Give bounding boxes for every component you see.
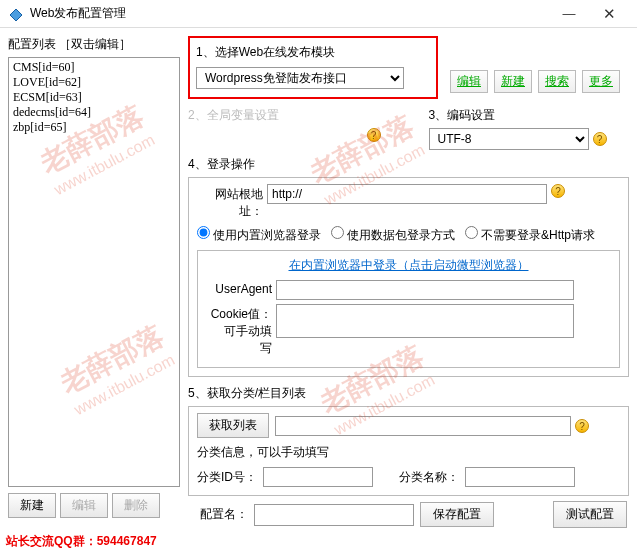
list-item[interactable]: CMS[id=60] (13, 60, 175, 75)
hint-icon[interactable]: ? (367, 128, 381, 142)
useragent-input[interactable] (276, 280, 574, 300)
section5-title: 5、获取分类/栏目列表 (188, 385, 629, 402)
minimize-button[interactable]: — (549, 1, 589, 27)
root-url-label: 网站根地址： (197, 184, 263, 220)
delete-config-button[interactable]: 删除 (112, 493, 160, 518)
category-info-label: 分类信息，可以手动填写 (197, 444, 329, 461)
list-item[interactable]: dedecms[id=64] (13, 105, 175, 120)
category-list-input[interactable] (275, 416, 571, 436)
useragent-label: UserAgent (206, 280, 272, 296)
login-packet-radio[interactable]: 使用数据包登录方式 (331, 226, 455, 244)
config-name-label: 配置名： (200, 506, 248, 523)
encoding-select[interactable]: UTF-8 (429, 128, 589, 150)
list-item[interactable]: ECSM[id=63] (13, 90, 175, 105)
save-config-button[interactable]: 保存配置 (420, 502, 494, 527)
edit-config-button[interactable]: 编辑 (60, 493, 108, 518)
section2-title: 2、全局变量设置 (188, 107, 389, 124)
app-icon (8, 6, 24, 22)
section1-title: 1、选择Web在线发布模块 (196, 44, 430, 61)
get-list-button[interactable]: 获取列表 (197, 413, 269, 438)
list-item[interactable]: LOVE[id=62] (13, 75, 175, 90)
footer-text: 站长交流QQ群：594467847 (6, 533, 157, 550)
category-id-input[interactable] (263, 467, 373, 487)
highlight-box: 1、选择Web在线发布模块 Wordpress免登陆发布接口 (188, 36, 438, 99)
module-search-button[interactable]: 搜索 (538, 70, 576, 93)
module-more-button[interactable]: 更多 (582, 70, 620, 93)
config-list-label: 配置列表 ［双击编辑］ (8, 36, 180, 53)
login-none-radio[interactable]: 不需要登录&Http请求 (465, 226, 595, 244)
login-browser-radio[interactable]: 使用内置浏览器登录 (197, 226, 321, 244)
hint-icon[interactable]: ? (551, 184, 565, 198)
test-config-button[interactable]: 测试配置 (553, 501, 627, 528)
open-browser-link[interactable]: 在内置浏览器中登录（点击启动微型浏览器） (289, 258, 529, 272)
window-title: Web发布配置管理 (30, 5, 549, 22)
module-select[interactable]: Wordpress免登陆发布接口 (196, 67, 404, 89)
new-config-button[interactable]: 新建 (8, 493, 56, 518)
close-button[interactable]: ✕ (589, 1, 629, 27)
hint-icon[interactable]: ? (593, 132, 607, 146)
config-listbox[interactable]: CMS[id=60] LOVE[id=62] ECSM[id=63] dedec… (8, 57, 180, 487)
module-edit-button[interactable]: 编辑 (450, 70, 488, 93)
cookie-label: Cookie值： 可手动填 写 (206, 304, 272, 357)
section3-title: 3、编码设置 (429, 107, 630, 124)
hint-icon[interactable]: ? (575, 419, 589, 433)
cookie-textarea[interactable] (276, 304, 574, 338)
config-name-input[interactable] (254, 504, 414, 526)
root-url-input[interactable] (267, 184, 547, 204)
category-name-input[interactable] (465, 467, 575, 487)
category-id-label: 分类ID号： (197, 469, 257, 486)
section4-title: 4、登录操作 (188, 156, 629, 173)
module-new-button[interactable]: 新建 (494, 70, 532, 93)
list-item[interactable]: zbp[id=65] (13, 120, 175, 135)
category-name-label: 分类名称： (399, 469, 459, 486)
